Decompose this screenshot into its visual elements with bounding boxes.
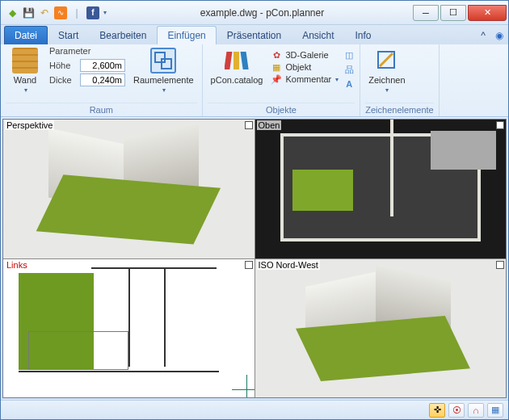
objekt-button[interactable]: ▦ Objekt <box>271 61 339 73</box>
viewport-maximize-icon[interactable] <box>496 261 504 269</box>
viewport-maximize-icon[interactable] <box>245 121 253 129</box>
wand-button[interactable]: Wand ▾ <box>6 46 44 95</box>
viewport-maximize-icon[interactable] <box>496 121 504 129</box>
dicke-input[interactable] <box>80 74 125 86</box>
hoehe-label: Höhe <box>49 61 77 70</box>
galerie-label: 3D-Galerie <box>285 50 328 60</box>
tab-ansicht[interactable]: Ansicht <box>292 26 344 44</box>
quick-access-toolbar: ◆ 💾 ↶ ∿ | f ▾ <box>1 6 111 19</box>
group-objekte: pCon.catalog ✿ 3D-Galerie ▦ Objekt 📌 Kom… <box>203 44 361 116</box>
kommentar-button[interactable]: 📌 Kommentar ▾ <box>271 74 339 85</box>
viewport-maximize-icon[interactable] <box>245 261 253 269</box>
tab-einfuegen[interactable]: Einfügen <box>157 26 216 44</box>
parameter-panel: Parameter Höhe Dicke <box>49 46 125 86</box>
wand-label: Wand <box>14 75 36 85</box>
tab-file[interactable]: Datei <box>4 26 48 44</box>
scene-perspective <box>3 120 254 258</box>
viewport-label: Perspektive <box>5 120 54 130</box>
status-snap-button[interactable]: ⦿ <box>448 403 465 418</box>
wand-icon <box>12 48 38 74</box>
objekt-icon: ▦ <box>271 61 282 73</box>
group-raum: Wand ▾ Parameter Höhe Dicke <box>1 44 203 116</box>
scene-left <box>3 259 254 398</box>
svg-rect-0 <box>155 52 165 62</box>
raumelemente-button[interactable]: Raumelemente ▾ <box>130 46 197 95</box>
help-icon[interactable]: ◉ <box>490 27 508 44</box>
svg-rect-1 <box>162 59 171 69</box>
facebook-icon[interactable]: f <box>86 6 99 19</box>
statusbar: ✜ ⦿ ∩ ▦ <box>1 400 508 419</box>
viewport-label: ISO Nord-West <box>257 260 320 270</box>
titlebar: ◆ 💾 ↶ ∿ | f ▾ example.dwg - pCon.planner… <box>1 1 508 25</box>
ribbon-collapse-icon[interactable]: ^ <box>476 27 490 44</box>
group-raum-label: Raum <box>6 103 197 116</box>
cursor-crosshair <box>232 375 254 397</box>
window-controls: ─ ☐ ✕ <box>413 5 508 21</box>
status-grid-button[interactable]: ▦ <box>487 403 503 418</box>
zeichnen-label: Zeichnen <box>368 75 405 85</box>
scene-iso <box>255 259 507 398</box>
close-button[interactable]: ✕ <box>468 5 507 21</box>
text-icon[interactable]: A <box>343 78 355 90</box>
ribbon-tabs: Datei Start Bearbeiten Einfügen Präsenta… <box>1 25 508 44</box>
scene-top <box>255 120 507 258</box>
rss-icon[interactable]: ∿ <box>54 6 67 19</box>
viewport-perspektive[interactable]: Perspektive <box>3 120 254 258</box>
group-icon[interactable]: ◫ <box>343 49 355 61</box>
viewport-iso[interactable]: ISO Nord-West <box>255 259 507 398</box>
chevron-down-icon: ▾ <box>385 86 389 94</box>
objekte-list: ✿ 3D-Galerie ▦ Objekt 📌 Kommentar ▾ <box>271 46 339 85</box>
viewport-links[interactable]: Links <box>3 259 254 398</box>
dicke-label: Dicke <box>49 75 77 85</box>
hierarchy-icon[interactable]: 品 <box>343 64 355 75</box>
viewport-label: Links <box>5 260 29 270</box>
maximize-button[interactable]: ☐ <box>440 5 466 21</box>
kommentar-label: Kommentar <box>285 74 331 84</box>
group-zeichen-label: Zeichenelemente <box>365 103 433 116</box>
window-title: example.dwg - pCon.planner <box>111 7 413 19</box>
undo-icon[interactable]: ↶ <box>38 6 51 19</box>
minimize-button[interactable]: ─ <box>413 5 439 21</box>
zeichnen-button[interactable]: Zeichnen ▾ <box>365 46 408 95</box>
tab-info[interactable]: Info <box>345 26 382 44</box>
objekte-icons-col: ◫ 品 A <box>343 46 355 90</box>
chevron-down-icon: ▾ <box>162 86 166 94</box>
chevron-down-icon: ▾ <box>24 86 27 94</box>
tab-praesentation[interactable]: Präsentation <box>217 26 292 44</box>
objekt-label: Objekt <box>285 62 311 72</box>
chevron-down-icon: ▾ <box>335 76 339 83</box>
parameter-label: Parameter <box>49 46 125 56</box>
app-window: ◆ 💾 ↶ ∿ | f ▾ example.dwg - pCon.planner… <box>0 0 509 420</box>
hoehe-input[interactable] <box>80 59 125 72</box>
tab-bearbeiten[interactable]: Bearbeiten <box>89 26 157 44</box>
tab-start[interactable]: Start <box>48 26 89 44</box>
catalog-button[interactable]: pCon.catalog <box>208 46 267 86</box>
group-objekte-label: Objekte <box>208 103 355 116</box>
catalog-icon <box>224 48 250 74</box>
viewport-grid: Perspektive Oben Links ISO Nord-West <box>2 119 507 398</box>
status-axes-button[interactable]: ✜ <box>429 403 445 418</box>
galerie-icon: ✿ <box>271 49 282 61</box>
raumelemente-icon <box>150 48 176 74</box>
qat-customize-icon[interactable]: ▾ <box>103 9 107 16</box>
zeichnen-icon <box>374 48 400 74</box>
ribbon: Wand ▾ Parameter Höhe Dicke <box>1 44 508 117</box>
svg-rect-4 <box>241 52 249 69</box>
galerie-button[interactable]: ✿ 3D-Galerie <box>271 49 339 61</box>
svg-rect-3 <box>233 52 239 69</box>
viewport-label: Oben <box>257 120 282 130</box>
save-icon[interactable]: 💾 <box>22 6 35 19</box>
svg-rect-2 <box>225 52 232 69</box>
viewport-oben[interactable]: Oben <box>255 120 507 258</box>
pin-icon: 📌 <box>271 74 282 85</box>
group-zeichenelemente: Zeichnen ▾ Zeichenelemente <box>360 44 439 116</box>
raumelemente-label: Raumelemente <box>133 75 194 85</box>
status-magnet-button[interactable]: ∩ <box>468 403 484 418</box>
app-icon: ◆ <box>6 6 19 19</box>
catalog-label: pCon.catalog <box>211 75 263 85</box>
qat-divider: | <box>70 6 83 19</box>
